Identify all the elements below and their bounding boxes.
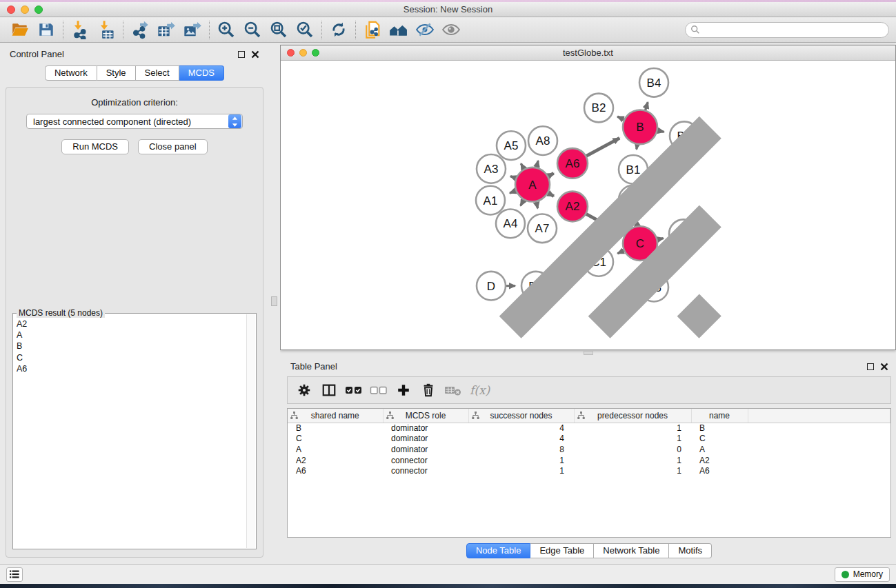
table-cell[interactable]: connector [383, 465, 468, 476]
splitter-handle[interactable] [271, 296, 277, 306]
table-cell[interactable]: 4 [468, 434, 574, 445]
tab-motifs[interactable]: Motifs [669, 543, 712, 558]
show-column-button[interactable] [317, 379, 341, 401]
column-header-successor-nodes[interactable]: successor nodes [468, 409, 574, 423]
delete-table-button[interactable] [441, 379, 466, 401]
tab-network-table[interactable]: Network Table [594, 543, 669, 558]
zoom-out-icon [243, 20, 262, 39]
gear-icon [297, 383, 312, 398]
zoom-in-button[interactable] [213, 19, 239, 41]
task-history-button[interactable] [6, 567, 23, 582]
eye-slash-icon [415, 21, 435, 39]
tab-style[interactable]: Style [97, 65, 136, 81]
column-header-name[interactable]: name [691, 409, 748, 423]
tab-network[interactable]: Network [45, 65, 97, 81]
mcds-result-list[interactable]: A2ABCA6 [14, 314, 246, 548]
create-column-button[interactable] [391, 379, 416, 401]
resize-grip-icon[interactable] [281, 61, 895, 349]
table-cell[interactable]: A2 [691, 455, 748, 466]
column-header-predecessor-nodes[interactable]: predecessor nodes [574, 409, 691, 423]
float-panel-icon[interactable] [867, 363, 874, 370]
apply-layout-button[interactable] [326, 19, 352, 41]
select-all-columns-button[interactable] [341, 379, 366, 401]
table-cell[interactable]: C [288, 434, 383, 445]
export-table-button[interactable] [153, 19, 179, 41]
mcds-result-item[interactable]: B [17, 341, 246, 352]
mcds-result-item[interactable]: C [17, 352, 246, 363]
hide-selected-button[interactable] [412, 19, 438, 41]
function-builder-button[interactable]: f(x) [470, 383, 490, 397]
column-header-shared-name[interactable]: shared name [288, 409, 383, 423]
table-cell[interactable]: A6 [288, 465, 383, 476]
result-scrollbar[interactable] [246, 314, 255, 548]
mcds-result-item[interactable]: A2 [17, 318, 246, 330]
import-table-button[interactable] [93, 19, 119, 41]
close-panel-icon[interactable] [251, 50, 259, 59]
table-cell[interactable]: 0 [574, 444, 691, 455]
table-row[interactable]: Bdominator41B [288, 423, 890, 434]
mcds-result-box: MCDS result (5 nodes) A2ABCA6 [12, 313, 257, 549]
table-cell[interactable]: 1 [574, 423, 691, 434]
table-settings-button[interactable] [292, 379, 317, 401]
mcds-result-item[interactable]: A [17, 330, 246, 341]
tab-mcds[interactable]: MCDS [179, 65, 224, 81]
table-cell[interactable]: B [288, 423, 383, 434]
table-cell[interactable]: A2 [288, 455, 383, 466]
tab-edge-table[interactable]: Edge Table [530, 543, 594, 558]
search-input[interactable] [703, 25, 884, 34]
show-all-networks-button[interactable] [386, 19, 412, 41]
mcds-result-item[interactable]: A6 [17, 363, 246, 374]
vertical-splitter[interactable] [269, 43, 280, 564]
tab-node-table[interactable]: Node Table [466, 543, 531, 558]
zoom-fit-button[interactable] [266, 19, 292, 41]
zoom-out-button[interactable] [239, 19, 266, 41]
open-session-button[interactable] [7, 19, 33, 41]
column-header-MCDS-role[interactable]: MCDS role [383, 409, 468, 423]
table-cell[interactable]: 1 [574, 434, 691, 445]
app-title: Session: New Session [0, 4, 896, 14]
show-hidden-button[interactable] [438, 19, 464, 41]
table-row[interactable]: A2connector11A2 [288, 455, 890, 466]
table-cell[interactable]: dominator [383, 434, 468, 445]
network-canvas[interactable]: AA1A2A3A4A5A6A7A8BB1B2B3B4CC1C2C3C4DD1 [281, 61, 895, 349]
table-cell[interactable]: B [691, 423, 748, 434]
table-cell[interactable]: 1 [574, 465, 691, 476]
run-mcds-button[interactable]: Run MCDS [61, 139, 129, 154]
close-panel-button[interactable]: Close panel [138, 139, 208, 154]
save-session-button[interactable] [33, 19, 59, 41]
export-network-button[interactable] [127, 19, 153, 41]
table-cell[interactable]: dominator [383, 423, 468, 434]
horizontal-splitter[interactable] [280, 350, 896, 356]
table-cell[interactable]: A6 [691, 465, 748, 476]
table-cell[interactable]: dominator [383, 444, 468, 455]
import-network-button[interactable] [67, 19, 93, 41]
criterion-select[interactable]: largest connected component (directed) [26, 114, 243, 129]
search-field[interactable] [685, 22, 889, 38]
table-cell[interactable]: 1 [468, 455, 574, 466]
unselect-all-columns-button[interactable] [366, 379, 391, 401]
table-cell[interactable]: connector [383, 455, 468, 466]
table-row[interactable]: Adominator80A [288, 444, 890, 455]
tab-select[interactable]: Select [136, 65, 179, 81]
control-panel-tabs: NetworkStyleSelectMCDS [0, 65, 269, 81]
zoom-selected-button[interactable] [292, 19, 318, 41]
close-panel-icon[interactable] [880, 363, 888, 371]
table-cell[interactable]: A [288, 444, 383, 455]
hierarchy-icon [472, 412, 479, 419]
new-network-from-selection-button[interactable] [359, 19, 386, 41]
table-row[interactable]: A6connector11A6 [288, 465, 890, 476]
table-cell[interactable]: 1 [468, 465, 574, 476]
table-cell[interactable]: C [691, 434, 748, 445]
splitter-handle[interactable] [584, 351, 593, 355]
table-cell[interactable]: 1 [574, 455, 691, 466]
table-cell[interactable]: 4 [468, 423, 574, 434]
delete-table-icon [444, 383, 462, 397]
export-image-button[interactable] [179, 19, 206, 41]
float-panel-icon[interactable] [238, 51, 245, 58]
table-cell[interactable]: 8 [468, 444, 574, 455]
table-row[interactable]: Cdominator41C [288, 434, 890, 445]
delete-columns-button[interactable] [416, 379, 441, 401]
node-table[interactable]: shared nameMCDS rolesuccessor nodesprede… [288, 409, 890, 476]
memory-button[interactable]: Memory [835, 567, 890, 582]
table-cell[interactable]: A [691, 444, 748, 455]
